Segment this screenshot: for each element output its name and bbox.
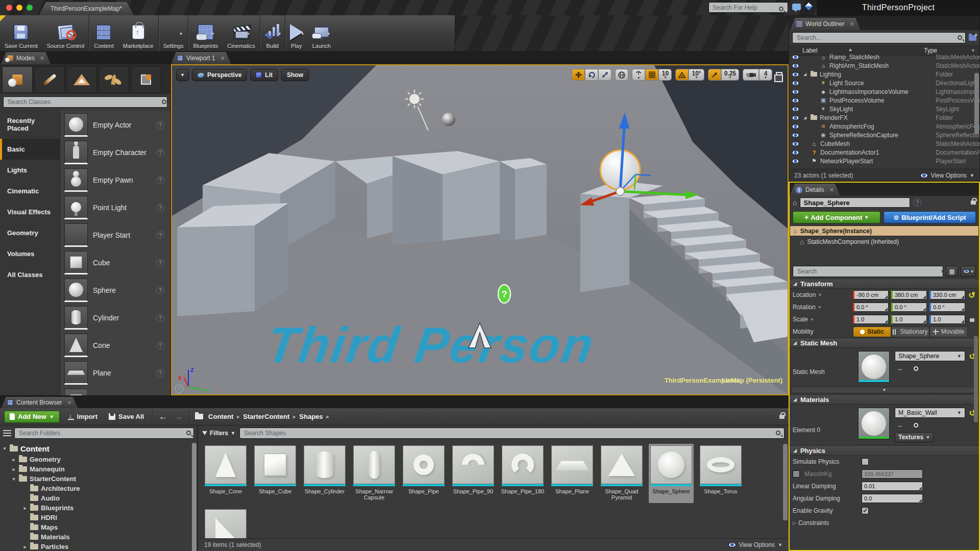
asset-tile[interactable]: Shape_Pipe [401, 444, 446, 503]
folder-tree-row[interactable]: ▸ Mannequin [0, 464, 197, 474]
rotation-snap-toggle[interactable] [675, 69, 689, 81]
blueprint-add-script-button[interactable]: Blueprint/Add Script [884, 211, 976, 223]
add-new-button[interactable]: Add New▼ [4, 411, 60, 423]
tab-viewport[interactable]: Viewport 1 ✕ [171, 52, 231, 64]
advanced-expander[interactable]: ▼ [792, 387, 977, 393]
asset-tile[interactable]: Shape_Cylinder [302, 444, 347, 503]
chevron-down-icon[interactable]: ▼ [327, 32, 331, 36]
scale-snap-toggle[interactable] [708, 69, 721, 81]
outliner-row[interactable]: ◢ CubeMesh StaticMeshActor [789, 139, 979, 148]
outliner-row[interactable]: ◢ RightArm_StaticMesh StaticMeshActor [789, 61, 979, 70]
placeable-item[interactable]: Box Trigger ? [62, 387, 168, 395]
mode-geometry[interactable] [131, 66, 161, 93]
close-icon[interactable]: ✕ [829, 187, 834, 193]
property-matrix-button[interactable]: ▦ [946, 266, 958, 277]
details-search-input[interactable] [793, 266, 943, 277]
perspective-button[interactable]: Perspective [192, 69, 247, 81]
show-button[interactable]: Show [281, 69, 309, 81]
visibility-eye-icon[interactable] [792, 81, 799, 86]
tree-scrollbar[interactable] [192, 443, 197, 551]
collapse-sources-icon[interactable] [3, 430, 11, 437]
back-button[interactable]: ← [158, 412, 168, 422]
folder-tree-row[interactable]: Materials [0, 532, 197, 542]
chevron-down-icon[interactable]: ▼ [71, 32, 75, 36]
folder-tree-row[interactable]: Architecture [0, 484, 197, 493]
asset-tile[interactable]: Shape_Cone [203, 444, 248, 503]
asset-tile[interactable]: Shape_Trim [203, 508, 248, 538]
breadcrumb-item[interactable]: Content [208, 413, 243, 420]
row-extra-widget[interactable] [968, 290, 976, 300]
placeable-item[interactable]: Plane ? [62, 359, 168, 387]
level-name[interactable]: ThirdPersonExampleMap (Persistent) [665, 377, 782, 384]
row-extra-widget[interactable] [968, 315, 976, 324]
outliner-search-input[interactable] [792, 32, 966, 43]
asset-tile[interactable]: Shape_Plane [550, 444, 595, 503]
textures-button[interactable]: Textures▼ [895, 432, 934, 442]
close-icon[interactable]: ✕ [849, 21, 854, 28]
modes-category[interactable]: Volumes [0, 243, 60, 264]
modes-category[interactable]: Basic [0, 139, 60, 160]
outliner-row[interactable]: ◢ AtmosphericFog AtmosphericFog [789, 122, 979, 131]
mobility-option[interactable]: Static [853, 327, 891, 337]
help-question-icon[interactable]: ? [156, 231, 164, 239]
use-selected-icon[interactable]: ← [895, 420, 906, 430]
value-y-field[interactable]: 1.0 [891, 315, 927, 324]
rotation-snap-value[interactable]: 10°▼ [689, 69, 704, 81]
mode-paint[interactable] [34, 66, 65, 93]
toolbar-button[interactable]: ▼ Cinematics [223, 15, 259, 51]
save-all-button[interactable]: Save All [106, 413, 147, 420]
browse-icon[interactable] [910, 364, 921, 373]
linear-damping-field[interactable]: 0.01 [862, 482, 923, 491]
add-component-button[interactable]: +Add Component▼ [793, 211, 880, 223]
tab-details[interactable]: i Details ✕ [790, 184, 840, 196]
help-question-icon[interactable]: ? [156, 176, 164, 184]
modes-category[interactable]: Recently Placed [0, 110, 60, 139]
visibility-eye-icon[interactable] [792, 133, 799, 138]
maximize-window-icon[interactable] [27, 5, 33, 11]
asset-tile[interactable]: Shape_Pipe_90 [451, 444, 496, 503]
visibility-eye-icon[interactable] [792, 115, 799, 120]
toolbar-button[interactable]: ▼ Play [285, 15, 308, 51]
placeable-item[interactable]: Player Start ? [62, 221, 168, 249]
value-z-field[interactable]: 0.0 ° [929, 303, 965, 312]
close-window-icon[interactable] [6, 5, 12, 11]
placeable-item[interactable]: Empty Character ? [62, 139, 168, 166]
placeable-item[interactable]: Cube ? [62, 249, 168, 277]
view-options-button[interactable]: View Options▼ [728, 541, 782, 548]
modes-category[interactable]: Geometry [0, 222, 60, 243]
outliner-row[interactable]: ◢ RenderFX Folder [789, 113, 979, 122]
visibility-eye-icon[interactable] [792, 63, 799, 68]
folder-tree-row[interactable]: Audio [0, 493, 197, 503]
breadcrumb-item[interactable]: StarterContent [243, 413, 299, 420]
folder-tree-row[interactable]: HDRI [0, 513, 197, 522]
folder-tree-row[interactable]: Maps [0, 522, 197, 532]
translate-tool-button[interactable] [572, 69, 585, 81]
placeable-item[interactable]: Point Light ? [62, 194, 168, 221]
visibility-eye-icon[interactable] [792, 124, 799, 129]
search-classes-input[interactable] [3, 96, 167, 108]
scale-tool-button[interactable] [598, 69, 611, 81]
section-materials[interactable]: ◢Materials [790, 394, 979, 405]
transform-row-label[interactable]: Rotation [793, 304, 816, 311]
help-question-icon[interactable]: ? [156, 341, 164, 349]
toolbar-button[interactable]: ▼ Launch [308, 15, 335, 51]
component-row-instance[interactable]: ⌂Shape_Sphere(Instance) [790, 226, 979, 236]
asset-tile[interactable]: Shape_Sphere [649, 444, 694, 503]
chevron-down-icon[interactable]: ▼ [247, 32, 251, 36]
folder-tree-row[interactable]: ▸ Particles [0, 542, 197, 551]
visibility-eye-icon[interactable] [792, 98, 799, 103]
mobility-option[interactable]: Stationary [891, 327, 929, 337]
section-transform[interactable]: ◢Transform [790, 279, 979, 289]
help-question-icon[interactable]: ? [156, 121, 164, 129]
help-question-icon[interactable]: ? [913, 198, 921, 207]
material-thumbnail[interactable] [858, 408, 890, 439]
search-folders-input[interactable] [14, 428, 194, 439]
mode-place[interactable] [2, 66, 33, 93]
static-mesh-dropdown[interactable]: Shape_Sphere▼ [895, 351, 965, 361]
world-space-button[interactable] [615, 69, 628, 81]
lock-icon[interactable] [971, 201, 976, 205]
expand-arrow-icon[interactable]: ◢ [803, 115, 808, 120]
help-question-icon[interactable]: ? [156, 286, 164, 294]
outliner-row[interactable]: ◢ SphereReflectionCapture SphereReflecti… [789, 131, 979, 139]
outliner-scrollbar[interactable] [974, 73, 979, 134]
